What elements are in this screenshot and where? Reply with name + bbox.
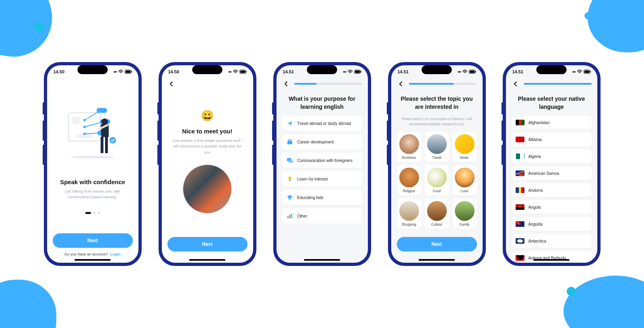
language-option-anguilla[interactable]: Anguilla [512,217,592,231]
country-label: Antarctica [528,239,546,243]
topic-label: Religion [399,189,419,193]
next-button[interactable]: Next [53,233,133,248]
topic-image [427,168,447,187]
onboarding-illustration [53,86,133,176]
language-option-antarctica[interactable]: Antarctica [512,234,592,248]
topic-image [427,134,447,154]
phone-frame: 14.51 ••• What is your purpose for learn… [273,62,371,266]
status-time: 14.50 [54,69,65,74]
svg-point-12 [83,119,86,121]
country-label: Angola [528,205,541,210]
back-button[interactable] [397,80,405,88]
topic-label: Business [399,156,419,160]
flag-icon [516,238,524,244]
country-label: Albania [528,137,542,142]
status-icons: ••• [572,70,591,74]
phone-notch [192,65,223,74]
question-heading: Please select the topic you are interest… [397,93,477,115]
option-label: Travel abroad or study abroad [297,121,351,126]
question-heading: What is your purpose for learning englis… [282,93,362,115]
topic-tile-business[interactable]: Business [397,132,421,162]
language-option-antigua[interactable]: Antigua and Barbuda [512,251,592,263]
login-link[interactable]: Login [110,252,121,256]
topic-label: Travel [427,156,447,160]
svg-rect-18 [105,137,108,153]
chart-icon [286,212,293,220]
purpose-option-kids[interactable]: Educating kids [282,190,362,205]
svg-point-13 [83,126,86,128]
purpose-option-travel[interactable]: Travel abroad or study abroad [282,116,362,131]
svg-rect-4 [72,117,80,124]
svg-point-14 [83,133,86,135]
svg-rect-34 [287,216,289,218]
flag-icon [516,154,524,159]
language-option-albania[interactable]: ✦ Albania [512,133,592,146]
back-button[interactable] [282,80,290,88]
next-button[interactable]: Next [397,237,477,251]
status-icons: ••• [228,70,247,74]
status-time: 14.51 [283,69,294,74]
topic-tile-shopping[interactable]: Shopping [397,199,421,229]
mockup-row: 14.50 ••• [0,0,644,328]
smile-icon: 😀 [167,110,248,122]
topic-tile-religion[interactable]: Religion [397,165,421,195]
svg-rect-26 [361,71,361,73]
graduation-icon [286,194,293,201]
flag-icon: ✦ [516,204,524,210]
chat-icon [286,157,293,164]
home-indicator [304,259,340,261]
progress-bar [294,83,362,85]
purpose-option-interest[interactable]: Learn for interest [282,171,362,187]
option-label: Learn for interest [297,177,328,181]
greeting-image [183,165,231,213]
topic-tile-travel[interactable]: Travel [425,132,449,162]
purpose-option-other[interactable]: Other [282,208,362,224]
svg-point-15 [109,137,116,143]
briefcase-icon [286,138,293,145]
svg-rect-28 [289,139,291,141]
language-option-andorra[interactable]: Andorra [512,183,592,197]
country-label: Anguilla [528,222,543,226]
topic-image [455,134,475,154]
phone-notch [78,65,108,74]
onboarding-title: Speak with confidence [53,179,133,185]
topic-tile-culture[interactable]: Culture [425,199,449,229]
topic-tile-love[interactable]: Love [452,165,477,195]
topic-tile-food[interactable]: Food [425,165,449,195]
svg-point-31 [288,176,291,180]
bulb-icon [286,175,293,183]
option-label: Career development [297,140,334,144]
topic-label: Love [455,189,475,193]
svg-rect-35 [289,215,290,218]
svg-rect-25 [355,71,360,73]
flag-icon [516,120,524,125]
next-button[interactable]: Next [167,237,248,251]
purpose-option-career[interactable]: Career development [282,134,362,149]
topic-label: Culture [427,222,447,226]
back-button[interactable] [167,80,175,88]
language-option-angola[interactable]: ✦ Angola [512,200,592,214]
status-icons: ••• [114,70,132,74]
language-option-algeria[interactable]: Algeria [512,149,592,163]
option-label: Communication with foreigners [297,158,353,163]
topic-tile-music[interactable]: Music [452,132,477,162]
language-option-afghanistan[interactable]: Afghanistan [512,116,592,129]
svg-rect-22 [240,71,245,73]
phone-notch [307,65,337,74]
svg-rect-33 [288,198,291,199]
topic-tile-family[interactable]: Family [452,199,477,229]
language-option-american-samoa[interactable]: American Samoa [512,166,592,180]
svg-rect-39 [475,71,476,73]
login-prompt: Do you have an account? [64,252,108,256]
svg-point-20 [70,156,115,158]
purpose-option-communication[interactable]: Communication with foreigners [282,153,362,168]
onboarding-subtitle: Get talking from lesson one, with conver… [53,189,133,200]
flag-icon [516,170,524,176]
phone-notch [537,65,567,74]
progress-bar [524,83,592,85]
back-button[interactable] [512,80,520,88]
flag-icon [516,255,524,261]
topic-label: Food [427,189,447,193]
svg-rect-42 [590,71,591,73]
page-indicator [53,212,133,214]
